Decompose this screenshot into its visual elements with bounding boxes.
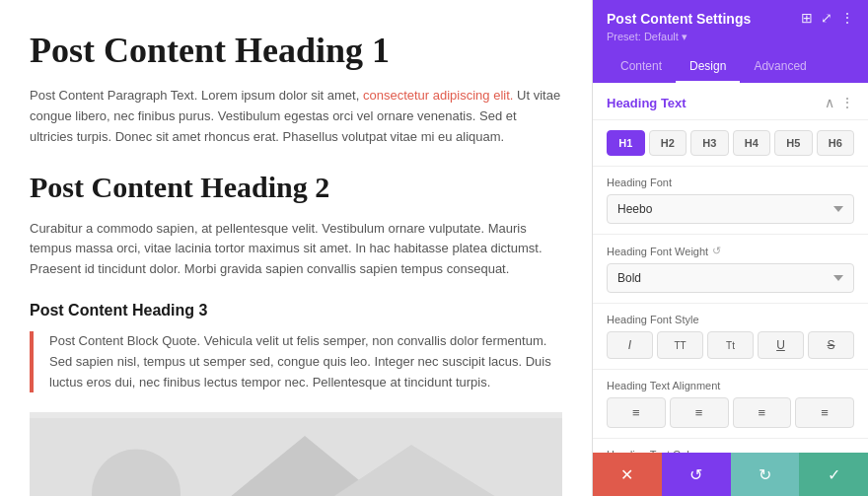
align-right-button[interactable]: ≡ (733, 397, 792, 428)
panel-grid-icon[interactable]: ⊞ (801, 10, 813, 27)
heading-text-alignment-group: Heading Text Alignment ≡ ≡ ≡ ≡ (593, 370, 868, 439)
h1-button[interactable]: H1 (607, 130, 645, 156)
h3-button[interactable]: H3 (690, 130, 729, 156)
cancel-button[interactable]: ✕ (593, 453, 662, 496)
image-placeholder (30, 412, 562, 496)
heading-font-group: Heading Font Heebo (593, 167, 868, 235)
save-button[interactable]: ✓ (799, 453, 868, 496)
heading-font-select[interactable]: Heebo (607, 194, 854, 224)
panel-body: Heading Text ∧ ⋮ H1 H2 H3 H4 H5 H6 Headi… (593, 83, 868, 453)
align-left-button[interactable]: ≡ (607, 397, 666, 428)
blockquote-text: Post Content Block Quote. Vehicula velit… (49, 331, 562, 392)
italic-button[interactable]: I (607, 331, 653, 359)
preset-row[interactable]: Preset: Default ▾ (607, 31, 854, 43)
heading-font-style-label: Heading Font Style (607, 314, 854, 325)
panel-menu-icon[interactable]: ⋮ (840, 10, 854, 27)
tab-advanced[interactable]: Advanced (740, 51, 820, 83)
uppercase-button[interactable]: TT (657, 331, 703, 359)
section-collapse-icon[interactable]: ∧ (825, 95, 834, 111)
tab-content[interactable]: Content (607, 51, 676, 83)
heading-size-selector: H1 H2 H3 H4 H5 H6 (593, 120, 868, 167)
font-weight-reset-icon[interactable]: ↺ (712, 245, 721, 257)
post-heading-3: Post Content Heading 3 (30, 302, 562, 319)
post-heading-1: Post Content Heading 1 (30, 30, 562, 72)
panel-expand-icon[interactable]: ⤢ (821, 10, 832, 27)
section-controls: ∧ ⋮ (825, 95, 854, 111)
h5-button[interactable]: H5 (774, 130, 813, 156)
heading-font-weight-label: Heading Font Weight ↺ (607, 245, 854, 257)
tab-design[interactable]: Design (676, 51, 740, 83)
heading-font-style-buttons: I TT Tt U S (607, 331, 854, 359)
preset-label: Preset: Default ▾ (607, 31, 687, 42)
h4-button[interactable]: H4 (733, 130, 771, 156)
panel-title-row: Post Content Settings ⊞ ⤢ ⋮ (607, 10, 854, 27)
reset-button[interactable]: ↺ (662, 453, 731, 496)
strikethrough-button[interactable]: S (808, 331, 854, 359)
h6-button[interactable]: H6 (817, 130, 855, 156)
align-justify-button[interactable]: ≡ (795, 397, 854, 428)
panel-title: Post Content Settings (607, 11, 751, 27)
paragraph-1: Post Content Paragraph Text. Lorem ipsum… (30, 86, 562, 147)
capitalize-button[interactable]: Tt (707, 331, 754, 359)
panel-header-icons: ⊞ ⤢ ⋮ (801, 10, 854, 27)
heading-text-color-group: Heading Text Color (593, 439, 868, 453)
paragraph-1-text: Post Content Paragraph Text. Lorem ipsum… (30, 88, 363, 103)
align-center-button[interactable]: ≡ (670, 397, 729, 428)
heading-font-label: Heading Font (607, 177, 854, 188)
paragraph-2: Curabitur a commodo sapien, at pellentes… (30, 219, 562, 280)
section-options-icon[interactable]: ⋮ (840, 95, 854, 111)
panel-tabs: Content Design Advanced (593, 51, 868, 83)
action-bar: ✕ ↺ ↻ ✓ (593, 453, 868, 496)
settings-panel: Post Content Settings ⊞ ⤢ ⋮ Preset: Defa… (592, 0, 868, 496)
panel-header: Post Content Settings ⊞ ⤢ ⋮ Preset: Defa… (593, 0, 868, 51)
post-heading-2: Post Content Heading 2 (30, 170, 562, 205)
heading-text-alignment-label: Heading Text Alignment (607, 380, 854, 391)
section-heading-text: Heading Text ∧ ⋮ (593, 83, 868, 120)
h2-button[interactable]: H2 (649, 130, 687, 156)
redo-button[interactable]: ↻ (731, 453, 800, 496)
content-area: Post Content Heading 1 Post Content Para… (0, 0, 592, 496)
blockquote: Post Content Block Quote. Vehicula velit… (30, 331, 562, 392)
heading-font-weight-select[interactable]: Bold (607, 263, 854, 293)
underline-button[interactable]: U (758, 331, 804, 359)
heading-font-style-group: Heading Font Style I TT Tt U S (593, 304, 868, 370)
heading-font-weight-group: Heading Font Weight ↺ Bold (593, 235, 868, 304)
paragraph-1-link[interactable]: consectetur adipiscing elit. (363, 88, 513, 103)
alignment-buttons: ≡ ≡ ≡ ≡ (607, 397, 854, 428)
section-title: Heading Text (607, 96, 687, 110)
